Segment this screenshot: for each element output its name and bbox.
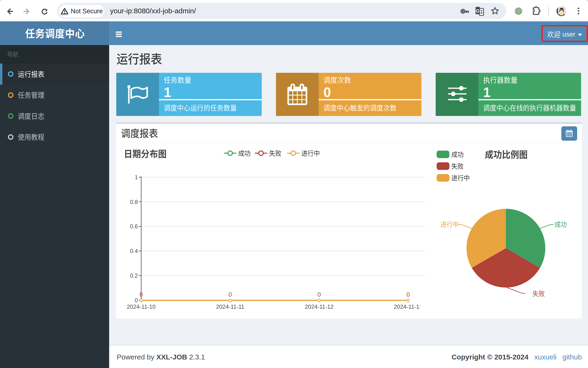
svg-text:2024-11-10: 2024-11-10: [127, 304, 156, 310]
svg-text:0.6: 0.6: [130, 223, 138, 230]
svg-text:2024-11-11: 2024-11-11: [216, 304, 244, 310]
svg-text:0.4: 0.4: [130, 248, 138, 254]
svg-text:G: G: [476, 8, 480, 14]
svg-text:0: 0: [135, 297, 138, 304]
svg-text:0: 0: [228, 291, 232, 298]
svg-text:0: 0: [407, 291, 410, 298]
svg-text:0: 0: [317, 291, 321, 298]
svg-text:0: 0: [140, 291, 143, 298]
svg-text:2024-11-12: 2024-11-12: [305, 304, 334, 310]
svg-text:0.8: 0.8: [130, 199, 138, 205]
svg-text:1: 1: [135, 174, 138, 180]
svg-text:0.2: 0.2: [130, 272, 138, 279]
svg-text:2024-11-13: 2024-11-13: [394, 304, 423, 310]
